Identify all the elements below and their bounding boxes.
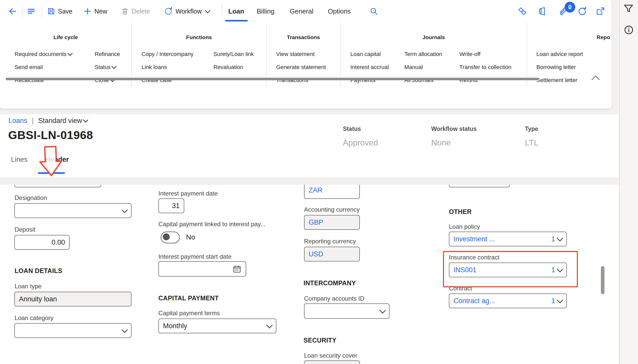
office-apps-button[interactable] bbox=[537, 0, 547, 22]
ribbon-item-interest-accrual[interactable]: Interest accrual bbox=[350, 61, 404, 74]
loan-type-field: Annuity loan bbox=[14, 292, 132, 306]
view-selector[interactable]: Standard view bbox=[38, 117, 88, 125]
ribbon-item-label: Manual bbox=[404, 64, 423, 71]
save-button[interactable]: Save bbox=[47, 0, 72, 22]
contract-value[interactable]: Contract ag... bbox=[453, 297, 495, 305]
active-tab-underline bbox=[225, 20, 248, 21]
ribbon-item-borrowing-letter[interactable]: Borrowing letter bbox=[536, 61, 583, 74]
toolbar-divider bbox=[41, 5, 42, 17]
new-button[interactable]: New bbox=[83, 0, 107, 22]
ribbon-item-revaluation[interactable]: Revaluation bbox=[213, 61, 254, 74]
tab-general[interactable]: General bbox=[290, 0, 313, 22]
ribbon-item-label: Send email bbox=[15, 64, 43, 71]
plus-icon bbox=[83, 7, 92, 16]
tab-loan[interactable]: Loan bbox=[228, 0, 244, 22]
clipped-field-top-right[interactable] bbox=[449, 185, 510, 187]
chevron-down-icon bbox=[557, 297, 563, 303]
workflow-button[interactable]: Workflow bbox=[164, 0, 210, 22]
popout-icon bbox=[596, 7, 605, 16]
back-button[interactable] bbox=[8, 0, 17, 22]
clipped-field-top-left[interactable] bbox=[14, 185, 101, 187]
ribbon-item-link-loans[interactable]: Link loans bbox=[142, 61, 213, 74]
capital-terms-combobox[interactable]: Monthly bbox=[158, 318, 276, 333]
ribbon-item-surety-loan-link[interactable]: Surety/Loan link bbox=[213, 48, 254, 61]
ribbon-item-view-statement[interactable]: View statement bbox=[276, 48, 326, 61]
ribbon-item-required-documents[interactable]: Required documents bbox=[15, 48, 95, 61]
tab-label: Loan bbox=[228, 7, 244, 15]
info-icon bbox=[623, 25, 634, 35]
ribbon-item-settlement-letter[interactable]: Settlement letter bbox=[536, 74, 583, 86]
capital-linked-toggle[interactable] bbox=[161, 232, 180, 243]
ribbon-item-generate-statement[interactable]: Generate statement bbox=[276, 61, 326, 74]
status-label: Status bbox=[343, 126, 378, 132]
ribbon-item-label: Required documents bbox=[15, 51, 67, 58]
horizontal-scrollbar[interactable] bbox=[6, 78, 539, 80]
ribbon-item-status[interactable]: Status bbox=[95, 61, 120, 74]
contract-lookup[interactable]: Contract ag... 1 bbox=[449, 293, 567, 308]
company-accounts-id-combobox[interactable] bbox=[304, 303, 390, 319]
ribbon-item-copy-intercompany[interactable]: Copy / Intercompany bbox=[142, 48, 213, 61]
filter-panel-button[interactable] bbox=[623, 3, 634, 14]
ribbon-item-transfer-to-collection[interactable]: Transfer to collection bbox=[459, 61, 511, 74]
ribbon-item-manual[interactable]: Manual bbox=[404, 61, 459, 74]
ribbon-item-label: Refinance bbox=[95, 51, 120, 58]
attachments-count-badge: 0 bbox=[565, 2, 575, 13]
ribbon-item-label: Interest accrual bbox=[350, 64, 389, 71]
loan-policy-lookup[interactable]: Investment ... 1 bbox=[449, 232, 567, 246]
type-field: Type LTL bbox=[525, 126, 538, 147]
red-annotation-arrow bbox=[38, 145, 63, 177]
toolbar-divider bbox=[222, 5, 222, 17]
accounting-currency-value[interactable]: GBP bbox=[309, 219, 323, 226]
breadcrumb-loans-link[interactable]: Loans bbox=[8, 117, 27, 125]
delete-label: Delete bbox=[132, 8, 150, 15]
search-button[interactable] bbox=[369, 0, 379, 22]
ribbon-group-title: Life cycle bbox=[0, 34, 131, 40]
loan-currency-field[interactable]: ZAR bbox=[304, 185, 360, 199]
vertical-scrollbar[interactable] bbox=[601, 266, 604, 294]
ribbon-item-loan-advice-report[interactable]: Loan advice report bbox=[536, 48, 583, 61]
info-panel-button[interactable] bbox=[623, 25, 634, 35]
delete-button[interactable]: Delete bbox=[121, 0, 150, 22]
designation-combobox[interactable] bbox=[14, 203, 132, 218]
deposit-input[interactable]: 0.00 bbox=[14, 235, 70, 250]
expand-menu-button[interactable] bbox=[27, 0, 36, 22]
interest-payment-date-input[interactable]: 31 bbox=[158, 198, 184, 213]
chevron-down-icon bbox=[67, 51, 73, 56]
personalize-button[interactable] bbox=[517, 0, 527, 22]
tab-lines[interactable]: Lines bbox=[11, 156, 28, 164]
ribbon-group-title: Journals bbox=[341, 34, 527, 40]
status-field: Status Approved bbox=[343, 126, 378, 147]
ribbon-item-send-email[interactable]: Send email bbox=[15, 61, 95, 74]
reporting-currency-value[interactable]: USD bbox=[309, 250, 323, 258]
tab-label: Billing bbox=[257, 7, 274, 15]
interest-start-date-input[interactable] bbox=[158, 261, 246, 277]
loan-currency-value[interactable]: ZAR bbox=[309, 186, 322, 194]
ribbon-item-label: Generate statement bbox=[276, 64, 326, 71]
trash-icon bbox=[121, 7, 129, 15]
ribbon-item-term-allocation[interactable]: Term allocation bbox=[404, 48, 459, 61]
ribbon-item-refinance[interactable]: Refinance bbox=[95, 48, 120, 61]
tab-options[interactable]: Options bbox=[328, 0, 351, 22]
breadcrumb: Loans | Standard view bbox=[8, 117, 88, 125]
interest-payment-date-label: Interest payment date bbox=[158, 190, 218, 197]
refresh-button[interactable] bbox=[577, 0, 587, 22]
tab-billing[interactable]: Billing bbox=[257, 0, 274, 22]
ribbon-item-label: View statement bbox=[276, 51, 315, 58]
ribbon-item-label: Loan capital bbox=[350, 51, 381, 58]
security-section-header: SECURITY bbox=[304, 337, 337, 344]
save-icon bbox=[47, 7, 55, 15]
ribbon-item-write-off[interactable]: Write-off bbox=[459, 48, 511, 61]
open-in-new-window-button[interactable] bbox=[596, 0, 605, 22]
deposit-label: Deposit bbox=[15, 226, 35, 233]
page-title: GBSI-LN-01968 bbox=[8, 129, 93, 142]
accounting-currency-field: GBP bbox=[304, 215, 360, 230]
workflow-status-value: None bbox=[431, 138, 477, 147]
loan-category-combobox[interactable] bbox=[14, 323, 132, 338]
ribbon-group-functions: Functions Copy / Intercompany Link loans… bbox=[131, 22, 266, 86]
calendar-icon[interactable] bbox=[232, 264, 242, 274]
loan-policy-count: 1 bbox=[551, 235, 555, 243]
loan-policy-value[interactable]: Investment ... bbox=[453, 235, 495, 243]
ribbon-item-loan-capital[interactable]: Loan capital bbox=[350, 48, 404, 61]
ribbon-group-title: Repo bbox=[536, 34, 612, 40]
loan-security-cover-label: Loan security cover bbox=[304, 352, 357, 359]
